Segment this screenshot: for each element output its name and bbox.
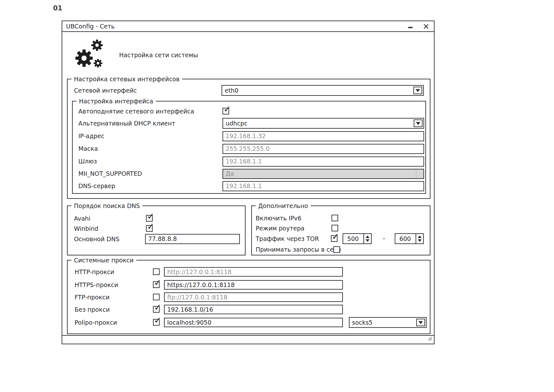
dhcp-client-select[interactable]: udhcpc [222,118,424,129]
polipo-protocol-select[interactable]: socks5 [349,317,427,328]
https-proxy-checkbox[interactable] [153,281,160,288]
no-proxy-checkbox[interactable] [153,306,160,313]
router-mode-label: Режим роутера [256,225,304,232]
group-network-interfaces-legend: Настройка сетевых интерфейсов [71,75,182,83]
mii-value: Да [226,170,234,177]
ftp-proxy-checkbox[interactable] [153,294,160,300]
group-dns-order-legend: Порядок поиска DNS [71,202,143,210]
network-interface-value: eth0 [225,87,238,94]
tor-label: Траффик через TOR [256,235,319,242]
https-proxy-label: HTTPS-прокси [75,281,118,288]
group-interface-settings: Настройка интерфейса Автоподнятие сетево… [72,101,426,194]
mii-input: Да [222,169,424,179]
http-proxy-checkbox[interactable] [153,268,160,275]
http-proxy-input[interactable]: http://127.0.0.1:8118 [164,267,343,277]
ip-address-label: IP-адрес [78,132,104,139]
ipv6-label: Включить IPv6 [256,215,301,222]
polipo-proxy-checkbox[interactable] [153,319,160,326]
group-system-proxy: Системные прокси HTTP-прокси http://127.… [67,260,430,334]
gears-icon [74,39,106,71]
netmask-input[interactable]: 255.255.255.0 [222,144,424,154]
mii-label: MII_NOT_SUPPORTED [78,170,142,177]
status-bar [62,335,434,344]
polipo-proxy-label: Polipo-прокси [75,319,117,326]
network-interface-select[interactable]: eth0 [222,85,424,96]
dhcp-client-label: Альтернативный DHCP клиент [78,120,175,127]
auto-up-label: Автоподнятие сетевого интерфейса [78,108,194,115]
no-proxy-input[interactable]: 192.168.1.0/16 [164,305,343,314]
primary-dns-input[interactable]: 77.88.8.8 [145,234,240,244]
accept-requests-checkbox[interactable] [333,246,340,253]
netmask-label: Маска [78,145,98,152]
accept-requests-label: Принимать запросы в сети [256,246,341,253]
dns-server-label: DNS-сервер [78,182,115,189]
tor-checkbox[interactable] [331,235,338,242]
page-number-label: 01 [53,4,62,12]
https-proxy-input[interactable]: https://127.0.0.1:8118 [164,280,343,290]
tor-port-to-value: 600 [395,235,415,242]
ubconfig-window: UBConfig - Сеть × Настройка сети системы… [62,21,435,344]
ftp-proxy-input[interactable]: ftp://127.0.0.1:8118 [164,292,343,302]
no-proxy-label: Без прокси [75,306,110,313]
polipo-protocol-value: socks5 [352,319,373,326]
chevron-down-icon[interactable] [413,87,422,94]
tor-port-to-spinner[interactable]: 600 [395,233,424,244]
window-title: UBConfig - Сеть [66,23,115,30]
spinner-updown-icon[interactable] [416,234,423,243]
tor-port-from-value: 500 [343,235,363,242]
close-button[interactable]: × [423,23,429,29]
dhcp-client-value: udhcpc [226,120,247,127]
http-proxy-label: HTTP-прокси [75,268,114,275]
title-bar: UBConfig - Сеть × [62,21,434,32]
group-system-proxy-legend: Системные прокси [71,256,136,264]
winbind-checkbox[interactable] [146,225,153,232]
range-dash: - [377,235,391,242]
minimize-icon [408,27,413,28]
primary-dns-label: Основной DNS [74,236,119,242]
avahi-checkbox[interactable] [146,215,153,222]
page-subtitle: Настройка сети системы [119,52,198,58]
group-additional-legend: Дополнительно [256,202,311,210]
spinner-updown-icon[interactable] [363,234,371,243]
group-interface-settings-legend: Настройка интерфейса [76,97,156,105]
ip-address-input[interactable]: 192.168.1.32 [222,131,424,141]
tor-port-from-spinner[interactable]: 500 [343,233,372,244]
polipo-proxy-input[interactable]: localhost:9050 [164,318,343,327]
ipv6-checkbox[interactable] [332,215,338,221]
dns-server-input[interactable]: 192.168.1.1 [222,181,424,191]
chevron-down-icon[interactable] [414,119,423,127]
mii-divider [416,169,417,178]
auto-up-checkbox[interactable] [222,108,229,114]
group-additional: Дополнительно Включить IPv6 Режим роутер… [251,205,430,255]
gateway-input[interactable]: 192.168.1.1 [222,156,424,167]
group-network-interfaces: Настройка сетевых интерфейсов Сетевой ин… [67,79,430,199]
resize-grip[interactable] [427,336,432,342]
minimize-button[interactable] [407,23,413,29]
avahi-label: Avahi [74,215,90,222]
ftp-proxy-label: FTP-прокси [75,294,109,301]
router-mode-checkbox[interactable] [332,225,338,231]
group-dns-order: Порядок поиска DNS Avahi Winbind Основно… [67,205,246,255]
winbind-label: Winbind [74,225,98,232]
network-interface-label: Сетевой интерфейс [74,87,137,94]
gateway-label: Шлюз [78,158,97,165]
chevron-down-icon[interactable] [416,319,425,326]
